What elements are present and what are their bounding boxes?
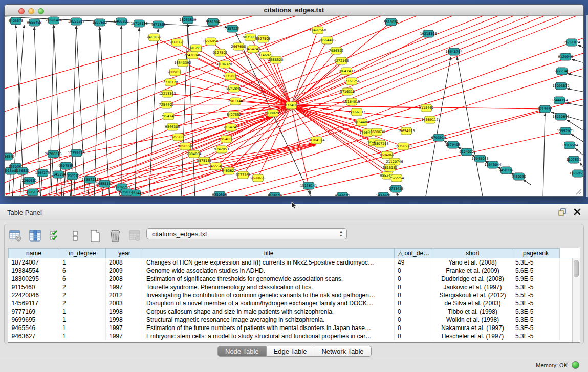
table-cell[interactable]: 0 [395,291,433,299]
column-header-title[interactable]: title [143,249,395,258]
tab-edge-table[interactable]: Edge Table [267,346,315,357]
table-cell[interactable]: 0 [395,267,433,275]
column-header-filler[interactable] [560,249,573,258]
table-cell[interactable]: 2008 [106,275,143,283]
graph-node-teal[interactable]: 7450232 [512,173,527,180]
table-cell[interactable]: Investigating the contribution of common… [143,291,395,299]
table-cell[interactable]: Tourette syndrome. Phenomenology and cla… [143,283,395,291]
table-row[interactable]: 946554611997Estimation of the future num… [9,324,573,332]
table-cell[interactable]: 1998 [106,316,143,324]
table-cell[interactable]: 2 [59,291,106,299]
table-cell[interactable] [560,332,573,340]
table-cell[interactable] [560,316,573,324]
graph-node-teal[interactable]: 12444194 [551,97,568,104]
graph-node-teal[interactable]: 9397588 [59,162,74,169]
graph-node-teal[interactable]: 1394275 [35,169,50,177]
table-cell[interactable]: 0 [395,299,433,308]
graph-node-teal[interactable]: 10719188 [130,20,147,27]
table-cell[interactable]: Disruption of a novel member of a sodium… [143,299,395,308]
table-cell[interactable]: 0 [395,324,433,332]
graph-node-yellow[interactable]: 8527508 [256,35,271,42]
graph-node-teal[interactable]: 15992971 [557,127,574,135]
graph-node-teal[interactable]: 6793919 [431,134,446,141]
table-cell[interactable]: 0 [395,283,433,291]
table-cell[interactable]: 5.3E-5 [512,308,560,316]
table-cell[interactable]: 2008 [106,258,143,267]
graph-node-teal[interactable]: 7357224 [225,25,240,32]
table-cell[interactable]: 0 [395,332,433,340]
table-cell[interactable] [560,267,573,275]
graph-node-yellow[interactable]: 4272163 [334,57,349,64]
table-cell[interactable]: 0 [395,316,433,324]
graph-node-yellow[interactable]: 12166137 [348,108,365,116]
table-cell[interactable]: Nakamura et al. (1997) [433,324,512,332]
table-cell[interactable]: Franke et al. (2009) [433,267,512,275]
table-cell[interactable]: 5.3E-5 [512,324,560,332]
graph-node-yellow[interactable]: 8716312 [340,88,355,95]
select-columns-icon[interactable] [49,229,62,243]
graph-node-yellow[interactable]: 2718170 [163,79,178,86]
resize-grip-icon[interactable] [574,187,582,195]
table-cell[interactable] [560,291,573,299]
table-cell[interactable]: 5.3E-5 [512,283,560,291]
table-cell[interactable]: Jankovic et al. (1997) [433,283,512,291]
float-panel-icon[interactable] [558,208,567,216]
graph-node-teal[interactable]: 2260650 [22,177,37,184]
graph-node-yellow[interactable]: 9154409 [355,119,369,126]
create-table-icon[interactable] [89,229,102,243]
memory-ok-indicator[interactable] [572,361,579,369]
graph-node-yellow[interactable]: 9684067 [380,151,395,159]
delete-table-icon[interactable] [108,229,122,243]
graph-node-yellow[interactable]: 9160123 [170,39,185,46]
node-table-grid[interactable]: namein_degreeyeartitle△ out_de…shortpage… [8,248,573,340]
graph-node-yellow[interactable]: 7154747 [224,124,238,131]
close-panel-icon[interactable] [574,208,581,215]
table-cell[interactable]: 2012 [106,291,143,299]
graph-node-teal[interactable]: 9215953 [538,105,553,113]
table-row[interactable]: 911546021997Tourette syndrome. Phenomeno… [9,283,573,291]
graph-node-teal[interactable]: 9450212 [499,167,514,174]
graph-node-yellow[interactable]: 2967608 [231,43,246,50]
citation-graph[interactable]: 1872400774638229160123891295582260589127… [5,16,583,196]
table-cell[interactable]: 9699695 [9,316,59,324]
graph-node-yellow[interactable]: 9275085 [223,73,238,80]
graph-node-teal[interactable]: 1327602 [93,19,107,26]
table-scrollbar[interactable] [572,258,580,342]
table-cell[interactable]: 22420046 [9,291,59,299]
table-cell[interactable]: Hescheler et al. (1997) [433,332,512,340]
table-cell[interactable]: Yano et al. (2008) [433,258,512,267]
table-cell[interactable]: 5.3E-5 [512,332,560,340]
graph-node-yellow[interactable]: 9546305 [165,123,180,130]
table-cell[interactable]: Dudbridge et al. (2008) [433,275,512,283]
graph-node-teal[interactable]: 1733426 [389,185,404,192]
graph-node-teal[interactable]: 6405578 [9,17,24,25]
graph-node-teal[interactable]: 1296549 [5,153,14,160]
graph-node-yellow[interactable]: 20564486 [318,37,335,44]
table-cell[interactable]: 1998 [106,308,143,316]
graph-node-yellow[interactable]: 9777169 [236,171,251,179]
table-cell[interactable] [560,258,573,267]
table-cell[interactable]: 18300295 [9,275,59,283]
tab-node-table[interactable]: Node Table [217,346,267,357]
table-cell[interactable]: 1 [59,308,106,316]
table-cell[interactable]: 5.3E-5 [512,258,560,267]
show-columns-icon[interactable] [29,229,42,243]
graph-node-yellow[interactable]: 8186328 [217,61,232,68]
table-row[interactable]: 1938455462009Genome-wide association stu… [9,267,573,275]
graph-node-yellow[interactable]: 7463822 [147,34,162,41]
table-cell[interactable]: 19384554 [9,267,59,275]
row-height-icon[interactable] [69,229,82,243]
graph-node-yellow[interactable]: 9115460 [419,104,434,112]
table-cell[interactable]: 2 [59,299,106,308]
table-cell[interactable]: Changes of HCN gene expression and I(f) … [143,258,395,267]
graph-node-teal[interactable]: 16210643 [552,113,569,120]
table-row[interactable]: 969969511998Structural magnetic resonanc… [9,316,573,324]
table-cell[interactable]: 0 [395,308,433,316]
tab-network-table[interactable]: Network Table [314,346,371,357]
table-cell[interactable]: 9463627 [9,332,59,340]
table-cell[interactable]: de Silva et al. (2003) [433,299,512,308]
table-cell[interactable]: 18724007 [9,258,59,267]
graph-node-teal[interactable]: 1145194 [51,171,66,178]
graph-node-teal[interactable]: 9129946 [558,53,573,60]
graph-node-yellow[interactable]: 8575189 [197,157,212,164]
